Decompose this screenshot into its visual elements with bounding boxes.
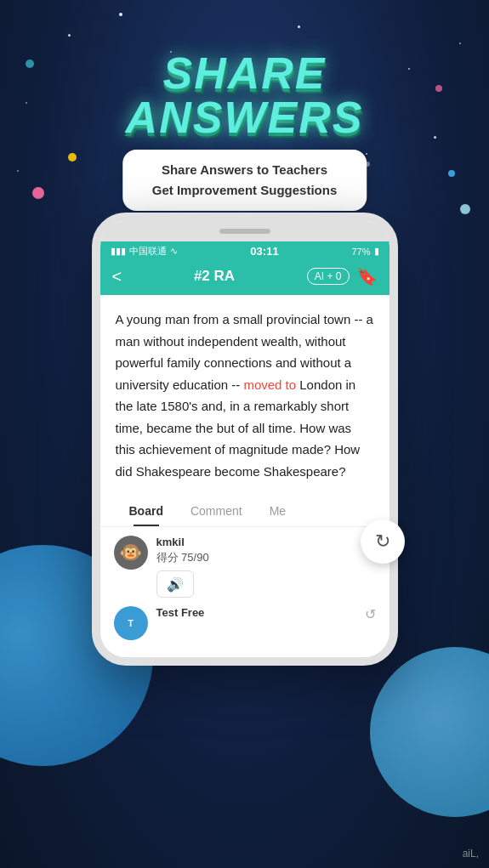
refresh-icon: ↻ <box>375 530 390 553</box>
signal-bars: ▮▮▮ <box>111 246 126 257</box>
tab-board[interactable]: Board <box>116 496 177 526</box>
username-2: Test Free <box>156 606 356 619</box>
status-right: 77% ▮ <box>351 246 378 257</box>
phone-mockup: ▮▮▮ 中国联通 ∿ 03:11 77% ▮ < #2 RA AI + 0 🔖 … <box>92 213 398 666</box>
subtitle-line2: Get Improvement Suggestions <box>143 180 347 201</box>
phone-frame: ▮▮▮ 中国联通 ∿ 03:11 77% ▮ < #2 RA AI + 0 🔖 … <box>92 213 398 666</box>
nav-right: AI + 0 🔖 <box>307 266 378 286</box>
tabs-bar: Board Comment Me <box>100 496 389 527</box>
planet-right-decoration <box>370 647 489 817</box>
battery-percent: 77% <box>351 247 370 257</box>
status-bar: ▮▮▮ 中国联通 ∿ 03:11 77% ▮ <box>100 241 389 261</box>
status-left: ▮▮▮ 中国联通 ∿ <box>111 245 178 258</box>
carrier-name: 中国联通 <box>129 245 167 258</box>
avatar-kmkil: 🐵 <box>114 536 148 570</box>
comment-list: 🐵 kmkil 得分 75/90 🔊 T Test Free ↺ <box>100 527 389 657</box>
comment-content-2: Test Free <box>156 606 356 640</box>
ai-badge[interactable]: AI + 0 <box>307 268 350 285</box>
back-button[interactable]: < <box>112 267 122 286</box>
watermark: aiL, <box>463 848 479 859</box>
header-banner: SHARE ANSWERS Share Answers to Teachers … <box>122 51 367 211</box>
wifi-icon: ∿ <box>170 246 178 257</box>
score-1: 得分 75/90 <box>156 550 376 565</box>
main-title: SHARE ANSWERS <box>122 51 367 139</box>
comment-item-1: 🐵 kmkil 得分 75/90 🔊 <box>114 536 376 598</box>
nav-title: #2 RA <box>194 268 235 285</box>
tab-comment[interactable]: Comment <box>177 496 256 526</box>
audio-icon: 🔊 <box>167 576 184 593</box>
bookmark-icon[interactable]: 🔖 <box>356 266 378 286</box>
status-time: 03:11 <box>250 245 278 258</box>
tab-me[interactable]: Me <box>256 496 299 526</box>
share-icon-2[interactable]: ↺ <box>365 606 376 640</box>
fab-refresh-button[interactable]: ↻ <box>361 519 405 564</box>
subtitle-box: Share Answers to Teachers Get Improvemen… <box>122 150 367 211</box>
audio-button-1[interactable]: 🔊 <box>156 570 194 598</box>
battery-icon: ▮ <box>374 246 379 257</box>
comment-content-1: kmkil 得分 75/90 🔊 <box>156 536 376 598</box>
comment-item-2: T Test Free ↺ <box>114 606 376 640</box>
highlight-moved-to: moved to <box>243 377 296 392</box>
phone-speaker <box>219 229 270 234</box>
username-1: kmkil <box>156 536 376 548</box>
avatar-testfree: T <box>114 606 148 640</box>
passage-text: A young man from a small provincial town… <box>116 309 374 482</box>
nav-bar: < #2 RA AI + 0 🔖 <box>100 261 389 295</box>
passage-content: A young man from a small provincial town… <box>100 295 389 496</box>
subtitle-line1: Share Answers to Teachers <box>143 160 347 180</box>
phone-top-bar <box>100 221 389 241</box>
